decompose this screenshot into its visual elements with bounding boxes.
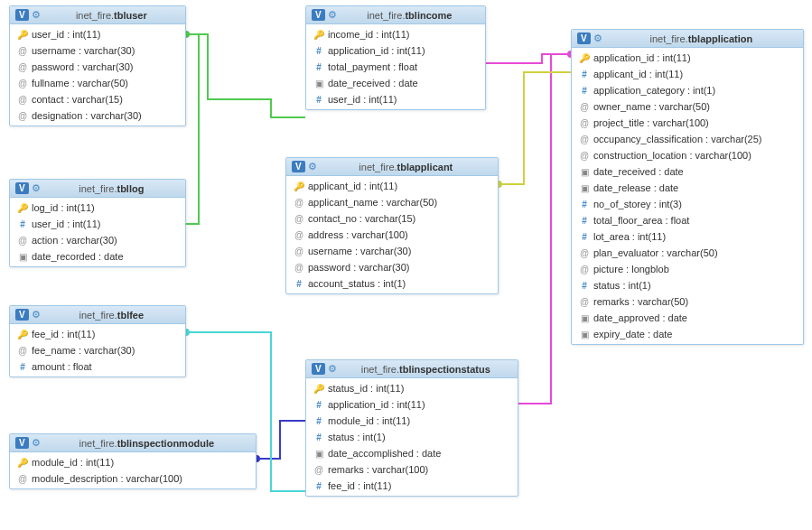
column-row[interactable]: @project_title : varchar(100)	[572, 115, 803, 131]
column-row[interactable]: @username : varchar(30)	[10, 42, 185, 59]
column-row[interactable]: 🔑log_id : int(11)	[10, 200, 185, 216]
column-row[interactable]: #no_of_storey : int(3)	[572, 196, 803, 212]
key-icon: 🔑	[313, 384, 324, 394]
table-header[interactable]: V ⚙ inet_fire.tblincome	[306, 6, 485, 24]
column-label: fee_id : int(11)	[328, 480, 391, 491]
column-row[interactable]: @occupancy_classification : varchar(25)	[572, 131, 803, 147]
column-row[interactable]: #user_id : int(11)	[10, 216, 185, 232]
schema-label: inet_fire.	[79, 438, 117, 449]
column-row[interactable]: 🔑user_id : int(11)	[10, 26, 185, 42]
table-header[interactable]: V ⚙ inet_fire.tblinspectionstatus	[306, 360, 518, 378]
column-row[interactable]: ▣date_received : date	[572, 163, 803, 180]
column-label: fee_id : int(11)	[32, 329, 95, 339]
column-row[interactable]: ▣date_approved : date	[572, 310, 803, 326]
column-row[interactable]: #total_payment : float	[306, 59, 485, 75]
column-row[interactable]: @designation : varchar(30)	[10, 107, 185, 124]
column-row[interactable]: @remarks : varchar(100)	[306, 461, 518, 478]
at-icon: @	[294, 230, 304, 240]
column-row[interactable]: #account_status : int(1)	[286, 275, 498, 292]
gear-icon[interactable]: ⚙	[593, 33, 602, 44]
table-tbluser[interactable]: V ⚙ inet_fire.tbluser 🔑user_id : int(11)…	[9, 5, 186, 126]
column-row[interactable]: #lot_area : int(11)	[572, 228, 803, 245]
column-row[interactable]: @contact_no : varchar(15)	[286, 210, 498, 227]
column-row[interactable]: #total_floor_area : float	[572, 212, 803, 228]
table-columns: 🔑applicant_id : int(11)@applicant_name :…	[286, 176, 498, 293]
column-row[interactable]: @password : varchar(30)	[10, 59, 185, 75]
column-row[interactable]: #application_category : int(1)	[572, 82, 803, 98]
table-tblapplicant[interactable]: V ⚙ inet_fire.tblapplicant 🔑applicant_id…	[285, 157, 499, 294]
gear-icon[interactable]: ⚙	[308, 161, 317, 172]
table-header[interactable]: V ⚙ inet_fire.tblinspectionmodule	[10, 434, 256, 452]
column-row[interactable]: @remarks : varchar(50)	[572, 293, 803, 310]
column-label: status_id : int(11)	[328, 383, 404, 394]
gear-icon[interactable]: ⚙	[328, 363, 337, 375]
table-tblinspectionstatus[interactable]: V ⚙ inet_fire.tblinspectionstatus 🔑statu…	[305, 359, 518, 497]
column-row[interactable]: @password : varchar(30)	[286, 259, 498, 275]
column-row[interactable]: ▣date_accomplished : date	[306, 445, 518, 461]
table-tbllog[interactable]: V ⚙ inet_fire.tbllog 🔑log_id : int(11)#u…	[9, 179, 186, 267]
table-tblfee[interactable]: V ⚙ inet_fire.tblfee 🔑fee_id : int(11)@f…	[9, 305, 186, 377]
at-icon: @	[294, 198, 304, 208]
column-label: picture : longblob	[593, 264, 669, 274]
table-tblapplication[interactable]: V ⚙ inet_fire.tblapplication 🔑applicatio…	[571, 29, 804, 345]
gear-icon[interactable]: ⚙	[32, 437, 41, 449]
gear-icon[interactable]: ⚙	[328, 9, 337, 21]
column-row[interactable]: @action : varchar(30)	[10, 232, 185, 248]
table-columns: 🔑fee_id : int(11)@fee_name : varchar(30)…	[10, 324, 185, 377]
column-label: password : varchar(30)	[32, 61, 134, 72]
column-row[interactable]: #amount : float	[10, 358, 185, 375]
gear-icon[interactable]: ⚙	[32, 309, 41, 321]
column-row[interactable]: @picture : longblob	[572, 261, 803, 277]
at-icon: @	[579, 151, 590, 161]
column-row[interactable]: ▣date_received : date	[306, 75, 485, 91]
column-row[interactable]: 🔑applicant_id : int(11)	[286, 178, 498, 194]
column-row[interactable]: 🔑fee_id : int(11)	[10, 326, 185, 342]
table-header[interactable]: V ⚙ inet_fire.tbllog	[10, 180, 185, 198]
column-row[interactable]: 🔑application_id : int(11)	[572, 50, 803, 66]
column-row[interactable]: #status : int(1)	[306, 429, 518, 445]
column-label: income_id : int(11)	[328, 29, 410, 40]
column-row[interactable]: @applicant_name : varchar(50)	[286, 194, 498, 210]
column-row[interactable]: #user_id : int(11)	[306, 91, 485, 107]
column-row[interactable]: @module_description : varchar(100)	[10, 470, 256, 487]
table-tblincome[interactable]: V ⚙ inet_fire.tblincome 🔑income_id : int…	[305, 5, 486, 110]
column-row[interactable]: ▣expiry_date : date	[572, 326, 803, 342]
column-row[interactable]: 🔑income_id : int(11)	[306, 26, 485, 42]
column-row[interactable]: @fullname : varchar(50)	[10, 75, 185, 91]
column-row[interactable]: #applicant_id : int(11)	[572, 66, 803, 82]
column-row[interactable]: @owner_name : varchar(50)	[572, 98, 803, 115]
gear-icon[interactable]: ⚙	[32, 182, 41, 194]
at-icon: @	[579, 248, 590, 258]
date-icon: ▣	[313, 449, 324, 459]
column-row[interactable]: ▣date_recorded : date	[10, 248, 185, 265]
schema-label: inet_fire.	[359, 162, 397, 172]
column-row[interactable]: 🔑module_id : int(11)	[10, 454, 256, 470]
column-row[interactable]: @contact : varchar(15)	[10, 91, 185, 107]
column-row[interactable]: @construction_location : varchar(100)	[572, 147, 803, 163]
column-row[interactable]: @fee_name : varchar(30)	[10, 342, 185, 358]
table-header[interactable]: V ⚙ inet_fire.tblapplicant	[286, 158, 498, 176]
column-label: application_id : int(11)	[328, 399, 425, 410]
column-label: applicant_name : varchar(50)	[308, 197, 437, 208]
column-row[interactable]: @username : varchar(30)	[286, 243, 498, 259]
table-name-label: tblapplication	[688, 33, 753, 44]
table-name-label: tblfee	[117, 310, 144, 321]
table-header[interactable]: V ⚙ inet_fire.tbluser	[10, 6, 185, 24]
column-row[interactable]: @plan_evaluator : varchar(50)	[572, 245, 803, 261]
schema-label: inet_fire.	[79, 183, 117, 194]
table-header[interactable]: V ⚙ inet_fire.tblapplication	[572, 30, 803, 48]
column-row[interactable]: #module_id : int(11)	[306, 413, 518, 429]
column-row[interactable]: #application_id : int(11)	[306, 396, 518, 413]
hash-icon: #	[579, 86, 590, 96]
column-row[interactable]: #status : int(1)	[572, 277, 803, 293]
at-icon: @	[579, 118, 590, 128]
column-row[interactable]: #fee_id : int(11)	[306, 478, 518, 494]
column-row[interactable]: ▣date_release : date	[572, 180, 803, 196]
column-row[interactable]: #application_id : int(11)	[306, 42, 485, 59]
column-row[interactable]: 🔑status_id : int(11)	[306, 380, 518, 396]
column-row[interactable]: @address : varchar(100)	[286, 227, 498, 243]
table-tblinspectionmodule[interactable]: V ⚙ inet_fire.tblinspectionmodule 🔑modul…	[9, 433, 257, 489]
date-icon: ▣	[579, 313, 590, 323]
table-header[interactable]: V ⚙ inet_fire.tblfee	[10, 306, 185, 324]
gear-icon[interactable]: ⚙	[32, 9, 41, 21]
